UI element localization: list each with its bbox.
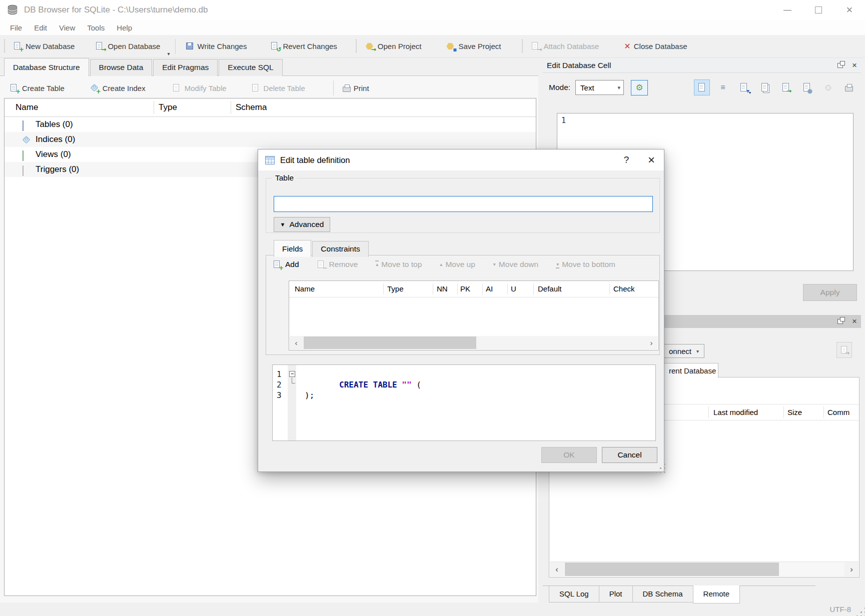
tree-column-schema[interactable]: Schema [236,102,267,112]
add-field-button[interactable]: + Add [273,260,299,269]
dialog-close-button[interactable]: × [639,150,664,170]
field-column-pk[interactable]: PK [460,284,470,293]
float-panel-icon[interactable] [837,319,843,324]
views-icon [23,151,31,158]
tab-browse-data[interactable]: Browse Data [90,59,153,76]
close-panel-icon[interactable]: × [852,62,857,69]
tree-column-name[interactable]: Name [16,102,38,112]
open-database-dropdown[interactable]: ▾ [167,51,170,58]
fold-marker-icon[interactable]: − [289,371,295,377]
open-database-button[interactable]: → Open Database [91,39,165,54]
print-cell-button[interactable] [841,80,857,96]
table-name-input[interactable] [274,196,653,212]
minimize-button[interactable]: — [772,0,803,20]
field-column-check[interactable]: Check [613,284,635,293]
move-down-button[interactable]: ▾ Move down [493,260,538,269]
delete-table-button[interactable]: Delete Table [248,81,309,96]
advanced-button[interactable]: ▼ Advanced [274,217,330,232]
new-database-icon: + [14,42,23,50]
create-index-button[interactable]: + Create Index [87,81,150,96]
ok-button[interactable]: OK [541,447,597,463]
toolbar-grip[interactable] [355,40,358,54]
auto-switch-mode-button[interactable]: ⚙ [631,80,648,96]
scroll-left-icon[interactable]: ‹ [550,562,564,576]
tree-row-tables[interactable]: Tables (0) [5,117,536,132]
scroll-right-icon[interactable]: › [844,562,858,576]
cancel-button[interactable]: Cancel [602,447,657,463]
move-up-button[interactable]: ▴ Move up [440,260,475,269]
new-database-button[interactable]: + New Database [9,39,80,54]
scroll-right-icon[interactable]: › [645,336,658,349]
column-last-modified[interactable]: Last modified [713,408,758,416]
menu-edit[interactable]: Edit [28,22,53,34]
tab-execute-sql[interactable]: Execute SQL [219,59,282,76]
export-data-button[interactable] [757,80,773,96]
mode-select[interactable]: Text ▾ [575,80,624,95]
print-button[interactable]: Print [339,81,373,96]
attach-database-icon: → [531,42,540,50]
modify-table-button[interactable]: Modify Table [169,81,231,96]
remote-upload-button[interactable]: → [836,342,852,358]
save-project-button[interactable]: ▪ Save Project [441,39,506,54]
close-panel-icon[interactable]: × [852,318,857,325]
word-wrap-button[interactable]: ≡ [715,80,731,96]
column-size[interactable]: Size [787,408,802,416]
menu-help[interactable]: Help [111,22,138,34]
upload-icon: → [840,346,848,354]
open-url-button[interactable]: ● [799,80,815,96]
app-db-icon[interactable] [6,4,19,16]
remove-field-button[interactable]: − Remove [317,260,358,269]
tab-sql-log[interactable]: SQL Log [549,586,599,602]
toolbar-grip[interactable] [521,40,523,54]
write-changes-button[interactable]: Write Changes [181,39,252,54]
window-resize-grip[interactable] [860,612,862,613]
chevron-down-icon: ▾ [696,348,699,354]
move-to-top-button[interactable]: ▴ Move to top [376,260,422,269]
field-column-nn[interactable]: NN [437,284,448,293]
close-database-button[interactable]: ✕ Close Database [619,39,692,54]
tab-fields[interactable]: Fields [274,240,311,257]
apply-button[interactable]: Apply [803,284,857,301]
fields-table: Name Type NN PK AI U Default Check [289,280,659,350]
tab-constraints[interactable]: Constraints [312,241,368,257]
field-column-ai[interactable]: AI [486,284,493,293]
dialog-help-button[interactable]: ? [614,150,639,170]
dialog-resize-grip[interactable] [660,468,661,469]
close-button[interactable]: × [834,0,865,20]
create-table-button[interactable]: + Create Table [6,81,69,96]
open-in-external-button[interactable]: → [778,80,794,96]
encoding-status: UTF-8 [830,605,851,614]
attach-database-button[interactable]: → Attach Database [526,39,604,54]
set-null-button[interactable] [820,80,836,96]
field-column-type[interactable]: Type [387,284,404,293]
tab-db-schema[interactable]: DB Schema [632,586,693,602]
field-column-name[interactable]: Name [295,284,315,293]
sql-line-1: CREATE TABLE "" ( [301,369,421,400]
field-column-u[interactable]: U [511,284,516,293]
tab-plot[interactable]: Plot [599,586,633,602]
line-number: 1 [561,116,566,125]
revert-changes-button[interactable]: ↺ Revert Changes [266,39,342,54]
maximize-button[interactable] [803,0,834,20]
mode-label: Mode: [549,83,570,92]
menu-file[interactable]: File [4,22,28,34]
menu-tools[interactable]: Tools [81,22,111,34]
scroll-left-icon[interactable]: ‹ [290,336,303,349]
import-data-button[interactable]: ▾▾ [736,80,752,96]
text-view-button[interactable] [694,80,710,96]
open-project-button[interactable]: → Open Project [361,39,427,54]
tab-database-structure[interactable]: Database Structure [4,58,89,76]
tree-header: Name Type Schema [5,98,536,117]
field-column-default[interactable]: Default [538,284,562,293]
float-panel-icon[interactable] [837,63,843,68]
tree-row-indices[interactable]: Indices (0) [5,132,536,147]
scrollbar-thumb[interactable] [565,562,779,576]
column-commit[interactable]: Comm [827,408,849,416]
move-to-bottom-button[interactable]: ▾ Move to bottom [556,260,615,269]
scrollbar-thumb[interactable] [304,336,476,349]
toolbar-grip[interactable] [3,40,6,54]
menu-view[interactable]: View [53,22,81,34]
tab-edit-pragmas[interactable]: Edit Pragmas [153,59,218,76]
tab-remote[interactable]: Remote [693,586,740,604]
tree-column-type[interactable]: Type [159,102,177,112]
